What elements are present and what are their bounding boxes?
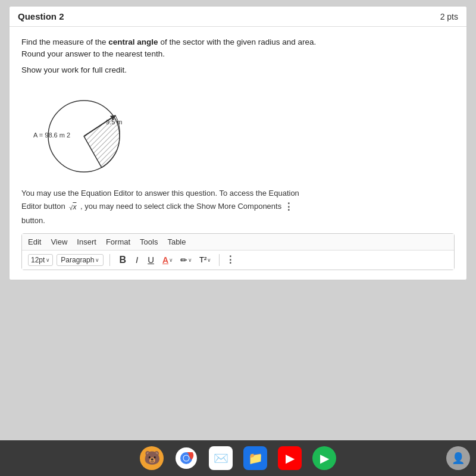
- svg-text:A = 98.6 m 2: A = 98.6 m 2: [33, 131, 70, 139]
- menu-tools[interactable]: Tools: [140, 237, 158, 246]
- taskbar-play-icon[interactable]: ▶: [312, 446, 336, 470]
- underline-button[interactable]: U: [145, 253, 157, 266]
- question-text-bold: central angle: [108, 37, 158, 46]
- superscript-label: T²: [199, 255, 206, 264]
- taskbar-files-icon[interactable]: 📁: [243, 446, 267, 470]
- question-header: Question 2 2 pts: [10, 7, 466, 27]
- svg-text:9.5 m: 9.5 m: [106, 118, 123, 126]
- question-text-part1: Find the measure of the: [21, 37, 108, 46]
- highlight-icon: ✏: [180, 255, 187, 265]
- taskbar-bear-icon[interactable]: 🐻: [140, 446, 164, 470]
- taskbar-gmail-icon[interactable]: ✉️: [209, 446, 233, 470]
- question-text: Find the measure of the central angle of…: [21, 36, 455, 61]
- eq-note-part1: You may use the Equation Editor to answe…: [21, 189, 299, 198]
- paragraph-chevron-icon: ∨: [95, 257, 99, 263]
- superscript-chevron-icon: ∨: [207, 257, 211, 263]
- equation-editor-note: You may use the Equation Editor to answe…: [21, 187, 455, 227]
- highlight-dropdown[interactable]: ✏ ∨: [178, 254, 194, 266]
- menu-edit[interactable]: Edit: [28, 237, 41, 246]
- taskbar: 🐻 ✉️ 📁 ▶ ▶ 👤: [0, 440, 476, 476]
- toolbar-divider-2: [219, 254, 220, 266]
- eq-note-part4: button.: [21, 216, 45, 225]
- font-color-dropdown[interactable]: A ∨: [161, 254, 175, 266]
- sqrt-symbol: √x: [69, 202, 76, 213]
- editor-toolbar-area: Edit View Insert Format Tools Table 12pt…: [21, 233, 455, 270]
- editor-menu-bar: Edit View Insert Format Tools Table: [22, 234, 454, 250]
- menu-format[interactable]: Format: [106, 237, 130, 246]
- eq-note-part3: , you may need to select click the Show …: [80, 202, 281, 211]
- three-dots-icon[interactable]: ⋮: [284, 199, 292, 215]
- question-text-line2: Round your answer to the nearest tenth.: [21, 49, 165, 58]
- question-title: Question 2: [18, 11, 64, 21]
- toolbar-divider-1: [109, 254, 110, 266]
- font-color-a: A: [162, 255, 168, 265]
- profile-icon[interactable]: 👤: [446, 446, 470, 470]
- font-size-value: 12pt: [31, 256, 45, 264]
- bold-button[interactable]: B: [116, 253, 129, 267]
- question-text-part2: of the sector with the given radius and …: [158, 37, 317, 46]
- show-work-text: Show your work for full credit.: [21, 65, 455, 74]
- question-pts: 2 pts: [440, 12, 458, 21]
- superscript-dropdown[interactable]: T² ∨: [198, 254, 213, 265]
- italic-button[interactable]: I: [133, 253, 141, 266]
- question-card: Question 2 2 pts Find the measure of the…: [9, 6, 467, 280]
- paragraph-value: Paragraph: [61, 256, 94, 264]
- taskbar-youtube-icon[interactable]: ▶: [278, 446, 302, 470]
- font-color-chevron-icon: ∨: [169, 257, 173, 263]
- svg-point-10: [184, 456, 189, 461]
- paragraph-dropdown[interactable]: Paragraph ∨: [57, 254, 104, 266]
- eq-note-part2: Editor button: [21, 202, 65, 211]
- taskbar-chrome-icon[interactable]: [174, 446, 198, 470]
- menu-view[interactable]: View: [51, 237, 67, 246]
- diagram-svg: 9.5 m A = 98.6 m 2: [27, 83, 146, 178]
- diagram-area: 9.5 m A = 98.6 m 2: [21, 83, 455, 178]
- highlight-chevron-icon: ∨: [188, 257, 192, 263]
- editor-format-bar: 12pt ∨ Paragraph ∨ B I U A ∨: [22, 250, 454, 270]
- menu-insert[interactable]: Insert: [77, 237, 96, 246]
- font-size-dropdown[interactable]: 12pt ∨: [28, 254, 53, 266]
- font-size-chevron-icon: ∨: [46, 257, 50, 263]
- menu-table[interactable]: Table: [167, 237, 186, 246]
- main-content: Question 2 2 pts Find the measure of the…: [0, 0, 476, 440]
- question-body: Find the measure of the central angle of…: [10, 27, 466, 280]
- more-options-icon[interactable]: ⋮: [226, 254, 234, 265]
